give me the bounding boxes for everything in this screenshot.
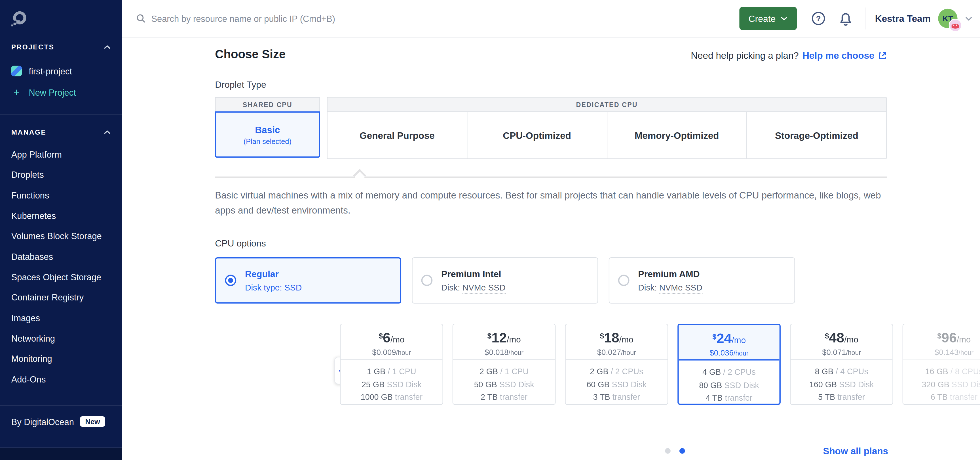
question-circle-icon: ? <box>811 11 826 26</box>
chevron-down-icon <box>965 16 972 21</box>
sidebar-item-functions[interactable]: Functions <box>11 185 116 206</box>
plan-card-48[interactable]: $48/mo $0.071/hour 8 GB / 4 CPUs 160 GB … <box>790 324 893 405</box>
external-link-icon <box>878 51 887 60</box>
digitalocean-logo-icon[interactable] <box>11 10 28 27</box>
tab-pointer-caret <box>353 169 366 182</box>
plan-card-18[interactable]: $18/mo $0.027/hour 2 GB / 2 CPUs 60 GB S… <box>565 324 668 405</box>
cpu-option-regular[interactable]: Regular Disk type: SSD <box>215 257 401 303</box>
notifications-button[interactable] <box>839 11 853 26</box>
dedicated-cpu-header: DEDICATED CPU <box>328 98 886 112</box>
digitalocean-console: PROJECTS first-project + New Project MAN… <box>0 0 980 460</box>
sidebar-item-monitoring[interactable]: Monitoring <box>11 349 116 369</box>
chevron-down-icon <box>781 16 788 21</box>
sidebar-item-droplets[interactable]: Droplets <box>11 165 116 185</box>
page-title: Choose Size <box>215 48 286 61</box>
sidebar-item-spaces-object-storage[interactable]: Spaces Object Storage <box>11 267 116 288</box>
create-button-label: Create <box>748 13 776 23</box>
sidebar-item-networking[interactable]: Networking <box>11 328 116 349</box>
new-badge: New <box>80 416 105 427</box>
shared-cpu-group: SHARED CPU Basic (Plan selected) <box>215 97 320 158</box>
main-content: Choose Size Need help picking a plan? He… <box>122 38 980 460</box>
plan-card-12[interactable]: $12/mo $0.018/hour 2 GB / 1 CPU 50 GB SS… <box>453 324 556 405</box>
tab-pointer-divider <box>215 177 887 178</box>
sidebar-bottom-strip <box>0 448 122 460</box>
tab-general-purpose[interactable]: General Purpose <box>328 112 467 158</box>
search-bar <box>136 13 739 23</box>
sidebar-divider <box>0 405 122 406</box>
dedicated-cpu-group: DEDICATED CPU General Purpose CPU-Optimi… <box>327 97 887 159</box>
by-digitalocean-item[interactable]: By DigitalOcean New <box>11 416 105 427</box>
svg-text:?: ? <box>816 14 821 23</box>
plan-description: Basic virtual machines with a mix of mem… <box>215 188 890 217</box>
radio-checked-icon <box>225 275 236 286</box>
cpu-option-premium-intel[interactable]: Premium Intel Disk: NVMe SSD <box>412 257 598 303</box>
droplet-type-label: Droplet Type <box>215 80 266 89</box>
help-me-choose-link[interactable]: Help me choose <box>802 50 887 61</box>
create-button[interactable]: Create <box>739 7 797 30</box>
sidebar-item-app-platform[interactable]: App Platform <box>11 144 116 165</box>
manage-menu: App Platform Droplets Functions Kubernet… <box>11 144 116 390</box>
manage-header-label: MANAGE <box>11 128 46 136</box>
projects-section-header[interactable]: PROJECTS <box>11 43 111 51</box>
show-all-plans-link[interactable]: Show all plans <box>823 446 888 456</box>
tab-basic-label: Basic <box>255 125 280 135</box>
search-icon <box>136 14 145 23</box>
cpu-option-premium-amd[interactable]: Premium AMD Disk: NVMe SSD <box>609 257 795 303</box>
project-name-label: first-project <box>29 66 72 76</box>
projects-header-label: PROJECTS <box>11 43 54 51</box>
plus-icon: + <box>11 87 22 97</box>
sidebar-item-first-project[interactable]: first-project <box>11 65 72 76</box>
plan-card-24-selected[interactable]: $24/mo $0.036/hour 4 GB / 2 CPUs 80 GB S… <box>678 324 781 405</box>
cpu-options-label: CPU options <box>215 238 266 248</box>
help-prefix-text: Need help picking a plan? <box>691 50 799 61</box>
avatar-badge-icon <box>949 19 962 32</box>
search-input[interactable] <box>151 13 501 23</box>
sidebar-item-add-ons[interactable]: Add-Ons <box>11 369 116 390</box>
help-button[interactable]: ? <box>811 11 826 26</box>
new-project-button[interactable]: + New Project <box>11 87 76 97</box>
project-icon <box>11 65 22 76</box>
tab-memory-optimized[interactable]: Memory-Optimized <box>607 112 747 158</box>
account-menu[interactable]: Kestra Team KT <box>875 9 973 28</box>
tab-cpu-optimized[interactable]: CPU-Optimized <box>467 112 607 158</box>
sidebar-divider <box>0 115 122 115</box>
sidebar-item-container-registry[interactable]: Container Registry <box>11 288 116 308</box>
avatar: KT <box>938 9 957 28</box>
help-row: Need help picking a plan? Help me choose <box>691 50 887 61</box>
plan-card-96[interactable]: $96/mo $0.143/hour 16 GB / 8 CPUs 320 GB… <box>903 324 980 405</box>
tab-basic[interactable]: Basic (Plan selected) <box>215 111 320 158</box>
radio-unchecked-icon <box>422 275 433 286</box>
team-name: Kestra Team <box>875 13 931 24</box>
radio-unchecked-icon <box>618 275 630 286</box>
tab-basic-sublabel: (Plan selected) <box>243 137 291 145</box>
bell-icon <box>839 11 853 26</box>
new-project-label: New Project <box>29 87 76 97</box>
pagination-dot-1[interactable] <box>665 448 671 454</box>
plan-card-6[interactable]: $6/mo $0.009/hour 1 GB / 1 CPU 25 GB SSD… <box>340 324 443 405</box>
pagination-dot-2-active[interactable] <box>679 448 685 454</box>
chevron-up-icon <box>104 45 111 49</box>
sidebar-item-images[interactable]: Images <box>11 308 116 328</box>
cpu-options-group: Regular Disk type: SSD Premium Intel Dis… <box>215 257 795 303</box>
tab-storage-optimized[interactable]: Storage-Optimized <box>747 112 886 158</box>
plan-cards: $6/mo $0.009/hour 1 GB / 1 CPU 25 GB SSD… <box>340 324 980 405</box>
manage-section-header[interactable]: MANAGE <box>11 128 111 136</box>
by-digitalocean-label: By DigitalOcean <box>11 417 74 426</box>
topbar: Create ? Kestra Team KT <box>122 0 980 37</box>
chevron-up-icon <box>104 130 111 134</box>
carousel-pagination <box>665 448 685 454</box>
shared-cpu-header: SHARED CPU <box>215 97 320 112</box>
sidebar: PROJECTS first-project + New Project MAN… <box>0 0 122 460</box>
topbar-divider <box>866 7 866 29</box>
sidebar-item-volumes-block-storage[interactable]: Volumes Block Storage <box>11 226 116 246</box>
sidebar-item-kubernetes[interactable]: Kubernetes <box>11 206 116 226</box>
sidebar-item-databases[interactable]: Databases <box>11 246 116 267</box>
